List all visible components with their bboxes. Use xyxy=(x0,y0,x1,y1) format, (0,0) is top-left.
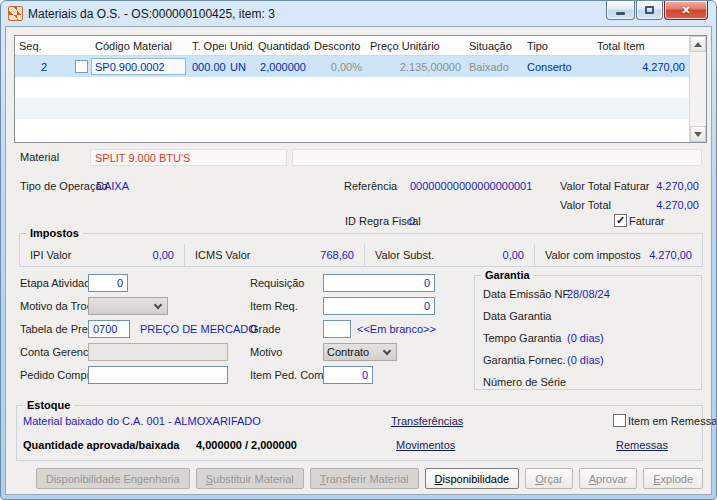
aprovar-button[interactable]: Aprovar xyxy=(579,468,638,489)
maximize-icon xyxy=(645,6,654,14)
grade-hint: <<Em branco>> xyxy=(357,323,436,335)
close-icon: ✕ xyxy=(681,2,690,19)
maximize-button[interactable] xyxy=(636,1,663,20)
col-header-seq[interactable]: Seq. xyxy=(15,36,73,55)
valor-total-value: 4.270,00 xyxy=(656,199,699,211)
disponibilidade-button[interactable]: Disponibilidade xyxy=(425,468,520,489)
col-header-situacao[interactable]: Situação xyxy=(465,36,523,55)
close-button[interactable]: ✕ xyxy=(664,1,708,20)
valor-subst-label: Valor Subst. xyxy=(375,249,434,261)
col-header-quantidade[interactable]: Quantidade xyxy=(254,36,310,55)
col-header-t-oper[interactable]: T. Oper xyxy=(188,36,226,55)
cell-quantidade: 2,000000 xyxy=(254,61,310,73)
cell-tipo: Conserto xyxy=(523,61,593,73)
transferir-material-button[interactable]: Transferir Material xyxy=(310,468,419,489)
icms-valor-cell: ICMS Valor 768,60 xyxy=(184,244,364,266)
scroll-up-button[interactable] xyxy=(690,36,706,52)
cell-total-item: 4.270,00 xyxy=(593,61,689,73)
item-em-remessa-label[interactable]: Item em Remessa xyxy=(628,415,717,427)
form-content: Seq. Código Material T. Oper Unid. Quant… xyxy=(5,26,712,495)
chevron-down-icon xyxy=(383,346,391,354)
requisicao-input[interactable]: 0 xyxy=(323,274,435,292)
pedido-compra-input[interactable] xyxy=(88,366,228,384)
estoque-groupbox: Estoque Material baixado do C.A. 001 - A… xyxy=(16,405,703,461)
grid-header: Seq. Código Material T. Oper Unid. Quant… xyxy=(15,36,689,56)
valor-com-impostos-cell: Valor com impostos 4.270,00 xyxy=(534,244,702,266)
item-em-remessa-checkbox[interactable] xyxy=(613,414,626,427)
arrow-down-icon xyxy=(694,132,702,137)
quantidade-aprovada-baixada-value: 4,000000 / 2,000000 xyxy=(196,439,297,451)
icms-valor-label: ICMS Valor xyxy=(195,249,250,261)
substituir-material-button[interactable]: Substituir Material xyxy=(196,468,304,489)
quantidade-aprovada-baixada-label: Quantidade aprovada/baixada xyxy=(23,439,180,451)
grade-label: Grade xyxy=(250,323,281,335)
cell-t-oper: 000.00 xyxy=(188,61,226,73)
movimentos-link[interactable]: Movimentos xyxy=(396,439,455,451)
window-controls: ✕ xyxy=(606,1,708,20)
garantia-fornec-value: (0 dias) xyxy=(567,354,604,366)
minimize-icon xyxy=(616,12,625,15)
col-header-codigo-material[interactable]: Código Material xyxy=(73,36,188,55)
valor-total-faturar-label: Valor Total Faturar xyxy=(560,180,649,192)
orcar-button[interactable]: Orçar xyxy=(525,468,573,489)
cell-unid: UN xyxy=(226,61,254,73)
motivo-troca-select[interactable] xyxy=(88,297,168,315)
table-row[interactable]: 2 SP0.900.0002 000.00 UN 2,000000 0,00% … xyxy=(15,56,689,77)
icms-valor-value: 768,60 xyxy=(320,249,354,261)
ipi-valor-cell: IPI Valor 0,00 xyxy=(20,244,184,266)
arrow-up-icon xyxy=(694,42,702,47)
codigo-material-editor[interactable]: SP0.900.0002 xyxy=(91,58,186,75)
tabela-preco-input[interactable]: 0700 xyxy=(88,320,130,338)
materials-grid: Seq. Código Material T. Oper Unid. Quant… xyxy=(14,35,707,143)
item-req-input[interactable]: 0 xyxy=(323,297,435,315)
explode-button[interactable]: Explode xyxy=(643,468,703,489)
data-emissao-nf-label: Data Emissão NF xyxy=(483,288,569,300)
material-label: Material xyxy=(20,151,59,163)
empty-grid-row xyxy=(15,119,689,140)
disponibilidade-engenharia-button[interactable]: Disponibilidade Engenharia xyxy=(36,468,190,489)
valor-com-impostos-label: Valor com impostos xyxy=(545,249,641,261)
grade-input[interactable] xyxy=(323,320,351,338)
tempo-garantia-value: (0 dias) xyxy=(567,332,604,344)
empty-grid-row xyxy=(15,98,689,119)
transferencias-link[interactable]: Transferências xyxy=(391,415,463,427)
id-regra-fiscal-value: 0 xyxy=(409,215,415,227)
tempo-garantia-label: Tempo Garantia xyxy=(483,332,561,344)
remessas-link[interactable]: Remessas xyxy=(616,439,668,451)
referencia-value: 00000000000000000001 xyxy=(410,180,532,192)
motivo-select[interactable]: Contrato xyxy=(323,343,397,361)
col-header-total-item[interactable]: Total Item xyxy=(593,36,689,55)
col-header-unid[interactable]: Unid. xyxy=(226,36,254,55)
motivo-troca-label: Motivo da Troca xyxy=(20,300,98,312)
col-header-tipo[interactable]: Tipo xyxy=(523,36,593,55)
col-header-desconto[interactable]: Desconto xyxy=(310,36,366,55)
row-select-checkbox[interactable] xyxy=(75,60,88,73)
minimize-button[interactable] xyxy=(606,1,635,20)
col-header-preco-unitario[interactable]: Preço Unitário xyxy=(366,36,465,55)
valor-subst-value: 0,00 xyxy=(503,249,524,261)
cell-seq: 2 xyxy=(15,61,73,73)
button-bar: Disponibilidade Engenharia Substituir Ma… xyxy=(36,468,703,489)
app-window: Materiais da O.S. - OS:000000100425, ite… xyxy=(0,0,717,500)
screen: Materiais da O.S. - OS:000000100425, ite… xyxy=(0,0,717,500)
motivo-value: Contrato xyxy=(327,346,369,358)
numero-serie-label: Número de Série xyxy=(483,376,566,388)
titlebar[interactable]: Materiais da O.S. - OS:000000100425, ite… xyxy=(1,1,716,26)
cell-desconto: 0,00% xyxy=(310,61,366,73)
faturar-checkbox[interactable] xyxy=(614,214,627,227)
material-extra-field xyxy=(292,149,702,166)
cell-situacao: Baixado xyxy=(465,61,523,73)
estoque-status-text: Material baixado do C.A. 001 - ALMOXARIF… xyxy=(23,415,261,427)
app-icon xyxy=(8,6,23,21)
faturar-checkbox-label[interactable]: Faturar xyxy=(629,215,664,227)
cell-preco-unitario: 2.135,00000 xyxy=(366,61,465,73)
window-title: Materiais da O.S. - OS:000000100425, ite… xyxy=(28,7,275,21)
etapa-atividade-input[interactable]: 0 xyxy=(88,274,128,292)
scroll-down-button[interactable] xyxy=(690,126,706,142)
item-ped-compra-input[interactable]: 0 xyxy=(323,366,373,384)
garantia-title: Garantia xyxy=(481,269,534,281)
item-req-label: Item Req. xyxy=(250,300,298,312)
motivo-label: Motivo xyxy=(250,346,282,358)
conta-gerencial-input xyxy=(88,343,228,361)
grid-scrollbar[interactable] xyxy=(689,36,706,142)
